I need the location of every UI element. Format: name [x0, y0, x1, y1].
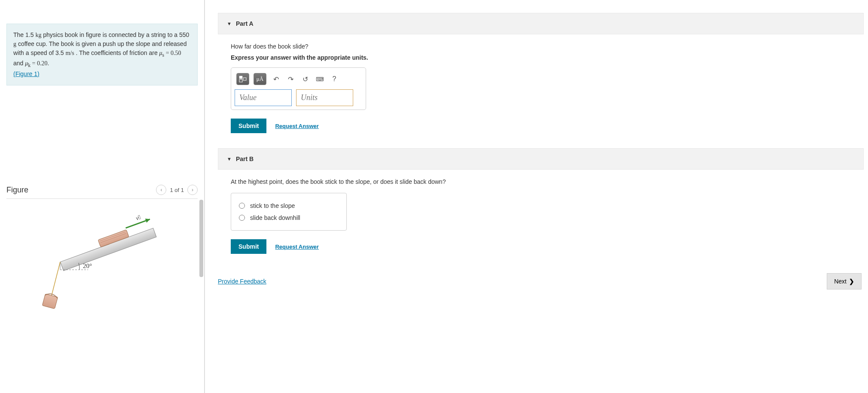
next-figure-button[interactable]: › — [187, 185, 198, 195]
chevron-right-icon: ❯ — [849, 278, 854, 285]
period: . — [48, 60, 49, 67]
units-input[interactable] — [296, 89, 353, 106]
svg-rect-10 — [239, 76, 242, 79]
answer-input-box: μÅ ↶ ↷ ↺ ⌨ ? — [231, 67, 366, 110]
mu-s: μ — [159, 50, 162, 56]
provide-feedback-link[interactable]: Provide Feedback — [218, 278, 266, 285]
part-a-title: Part A — [236, 20, 254, 27]
help-icon[interactable]: ? — [329, 74, 339, 84]
value-input[interactable] — [235, 89, 292, 106]
part-b-title: Part B — [236, 155, 254, 162]
caret-down-icon: ▼ — [227, 21, 232, 26]
redo-icon[interactable]: ↷ — [285, 74, 296, 84]
request-answer-link-a[interactable]: Request Answer — [275, 123, 318, 129]
value: = 0.50 — [164, 50, 181, 56]
text: . The coefficients of friction are — [74, 49, 159, 56]
reset-icon[interactable]: ↺ — [300, 74, 310, 84]
keyboard-icon[interactable]: ⌨ — [315, 74, 325, 84]
figure-diagram: v⃗ 20° — [6, 205, 198, 314]
svg-line-8 — [52, 262, 60, 296]
svg-rect-11 — [239, 79, 242, 82]
option-stick[interactable]: stick to the slope — [239, 200, 339, 212]
part-b-question: At the highest point, does the book stic… — [231, 178, 864, 185]
part-a-instruction: Express your answer with the appropriate… — [231, 54, 864, 61]
svg-marker-5 — [145, 217, 151, 223]
part-a-body: How far does the book slide? Express you… — [218, 34, 864, 133]
request-answer-link-b[interactable]: Request Answer — [275, 244, 318, 250]
scrollbar-thumb[interactable] — [199, 200, 203, 277]
text: and — [13, 60, 25, 67]
next-button[interactable]: Next ❯ — [827, 273, 862, 289]
unit-kg: kg — [35, 32, 41, 38]
submit-button-a[interactable]: Submit — [231, 119, 266, 133]
svg-rect-0 — [60, 228, 156, 271]
part-b-header[interactable]: ▼ Part B — [218, 148, 864, 170]
undo-icon[interactable]: ↶ — [271, 74, 281, 84]
figure-counter: 1 of 1 — [170, 187, 184, 193]
velocity-label: v⃗ — [135, 214, 142, 222]
radio-slide[interactable] — [239, 215, 245, 221]
option-label: slide back downhill — [250, 214, 300, 221]
next-label: Next — [834, 278, 847, 285]
option-slide[interactable]: slide back downhill — [239, 212, 339, 224]
radio-options: stick to the slope slide back downhill — [231, 193, 347, 231]
option-label: stick to the slope — [250, 202, 295, 209]
unit-ms: m/s — [65, 50, 74, 56]
angle-label: 20° — [83, 262, 92, 269]
template-tool-button[interactable] — [236, 73, 249, 85]
prev-figure-button[interactable]: ‹ — [156, 185, 166, 195]
part-a-header[interactable]: ▼ Part A — [218, 13, 864, 34]
text: The 1.5 — [13, 31, 35, 38]
value: = 0.20 — [31, 60, 47, 67]
figure-link[interactable]: (Figure 1) — [13, 70, 40, 77]
svg-rect-12 — [243, 78, 246, 80]
text: physics book in figure is connected by a… — [41, 31, 189, 38]
figure-panel: Figure ‹ 1 of 1 › — [6, 185, 198, 314]
radio-stick[interactable] — [239, 203, 245, 209]
caret-down-icon: ▼ — [227, 156, 232, 161]
part-a-question: How far does the book slide? — [231, 43, 864, 50]
unit-g: g — [13, 41, 16, 47]
figure-title: Figure — [6, 186, 28, 195]
part-b-body: At the highest point, does the book stic… — [218, 170, 864, 254]
submit-button-b[interactable]: Submit — [231, 239, 266, 254]
special-char-button[interactable]: μÅ — [254, 73, 266, 85]
problem-statement: The 1.5 kg physics book in figure is con… — [6, 24, 198, 85]
